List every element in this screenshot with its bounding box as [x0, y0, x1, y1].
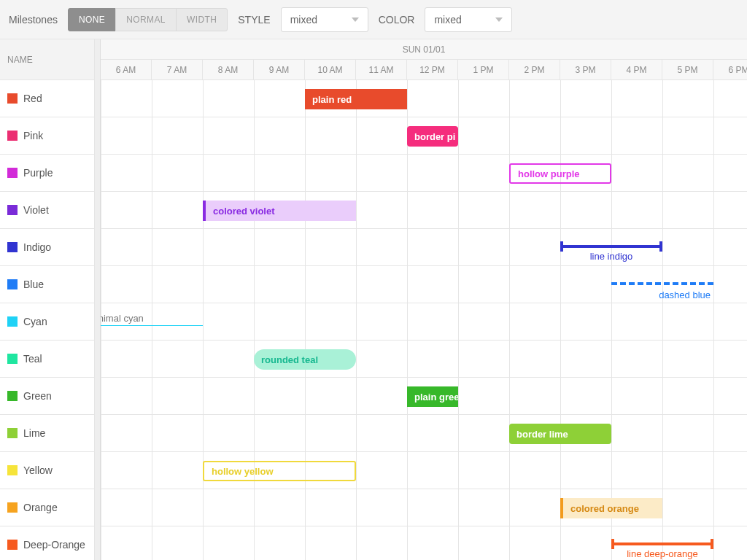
gridlines — [101, 303, 747, 340]
resource-row-label[interactable]: Cyan — [0, 303, 94, 341]
event-bar[interactable]: line deep-orange — [611, 542, 713, 545]
timeline-row[interactable]: plain red — [101, 80, 747, 117]
chevron-down-icon — [495, 18, 503, 22]
toolbar-title: Milestones — [9, 14, 58, 26]
resource-row-label[interactable]: Pink — [0, 117, 94, 155]
event-bar[interactable]: dashed blue — [611, 282, 713, 285]
hour-header-cell: 5 PM — [662, 60, 713, 79]
timeline-row[interactable]: plain gree — [101, 378, 747, 415]
hour-header-row: 6 AM7 AM8 AM9 AM10 AM11 AM12 PM1 PM2 PM3… — [101, 60, 747, 80]
hour-header-cell: 8 AM — [203, 60, 254, 79]
gridlines — [101, 341, 747, 377]
resource-name: Blue — [23, 279, 44, 290]
resource-name: Lime — [23, 427, 45, 439]
timeline-row[interactable]: line indigo — [101, 229, 747, 266]
resource-row-label[interactable]: Lime — [0, 415, 94, 452]
resource-row-label[interactable]: Purple — [0, 155, 94, 192]
timeline-row[interactable]: dashed blue — [101, 266, 747, 303]
timeline-panel[interactable]: SUN 01/01 6 AM7 AM8 AM9 AM10 AM11 AM12 P… — [101, 39, 747, 560]
color-swatch — [7, 279, 18, 289]
resource-row-label[interactable]: Deep-Orange — [0, 526, 94, 560]
color-swatch — [7, 465, 18, 475]
resource-row-label[interactable]: Green — [0, 378, 94, 415]
timeline-row[interactable]: hollow purple — [101, 155, 747, 192]
color-select-value: mixed — [434, 14, 461, 26]
resource-name: Violet — [23, 204, 49, 216]
toolbar: Milestones NONE NORMAL WIDTH STYLE mixed… — [0, 0, 747, 39]
hour-header-cell: 7 AM — [152, 60, 203, 79]
color-swatch — [7, 168, 18, 178]
timeline-row[interactable]: minimal cyan — [101, 303, 747, 341]
event-bar[interactable]: plain gree — [407, 386, 458, 407]
timeline-row[interactable]: colored violet — [101, 192, 747, 229]
timeline-rows: plain redborder pihollow purplecolored v… — [101, 80, 747, 560]
event-bar[interactable]: border lime — [509, 424, 611, 444]
timeline-row[interactable]: line deep-orange — [101, 526, 747, 560]
name-column-header: NAME — [0, 39, 94, 80]
resource-name: Deep-Orange — [23, 539, 85, 551]
column-resize-handle[interactable] — [95, 39, 101, 560]
gridlines — [101, 452, 747, 489]
resource-name: Teal — [23, 353, 42, 365]
hour-header-cell: 11 AM — [356, 60, 407, 79]
event-bar[interactable]: minimal cyan — [101, 325, 203, 326]
style-label: STYLE — [238, 14, 270, 26]
color-select[interactable]: mixed — [425, 7, 512, 32]
resource-row-label[interactable]: Blue — [0, 266, 94, 303]
resource-row-label[interactable]: Teal — [0, 341, 94, 378]
gridlines — [101, 415, 747, 451]
milestones-btn-none[interactable]: NONE — [68, 8, 116, 31]
hour-header-cell: 12 PM — [407, 60, 458, 79]
gridlines — [101, 155, 747, 191]
resource-name: Pink — [23, 130, 43, 141]
color-swatch — [7, 316, 18, 327]
event-bar[interactable]: plain red — [305, 89, 407, 109]
hour-header-cell: 4 PM — [611, 60, 662, 79]
name-column: NAME RedPinkPurpleVioletIndigoBlueCyanTe… — [0, 39, 95, 560]
milestones-btn-width[interactable]: WIDTH — [176, 8, 228, 31]
timeline-row[interactable]: border lime — [101, 415, 747, 452]
color-label: COLOR — [379, 14, 415, 26]
milestones-btn-normal[interactable]: NORMAL — [115, 8, 177, 31]
hour-header-cell: 3 PM — [560, 60, 611, 79]
event-bar[interactable]: hollow purple — [509, 163, 611, 184]
resource-row-label[interactable]: Orange — [0, 489, 94, 526]
timeline-row[interactable]: rounded teal — [101, 341, 747, 378]
event-label: line deep-orange — [627, 548, 698, 559]
milestones-toggle: NONE NORMAL WIDTH — [68, 8, 228, 31]
timeline-row[interactable]: hollow yellow — [101, 452, 747, 489]
hour-header-cell: 9 AM — [254, 60, 305, 79]
resource-row-label[interactable]: Indigo — [0, 229, 94, 266]
resource-row-label[interactable]: Violet — [0, 192, 94, 229]
schedule-grid: NAME RedPinkPurpleVioletIndigoBlueCyanTe… — [0, 39, 747, 560]
color-swatch — [7, 354, 18, 364]
resource-row-label[interactable]: Red — [0, 80, 94, 117]
event-bar[interactable]: rounded teal — [254, 349, 356, 370]
event-bar[interactable]: colored violet — [203, 201, 356, 221]
color-swatch — [7, 242, 18, 252]
color-swatch — [7, 502, 18, 513]
hour-header-cell: 6 PM — [713, 60, 747, 79]
timeline-row[interactable]: border pi — [101, 117, 747, 155]
gridlines — [101, 192, 747, 228]
resource-row-label[interactable]: Yellow — [0, 452, 94, 489]
hour-header-cell: 2 PM — [509, 60, 560, 79]
resource-name: Yellow — [23, 464, 53, 476]
color-swatch — [7, 391, 18, 401]
timeline-row[interactable]: colored orange — [101, 489, 747, 526]
event-bar[interactable]: colored orange — [560, 498, 662, 518]
color-swatch — [7, 131, 18, 141]
resource-name: Cyan — [23, 316, 47, 327]
resource-name: Purple — [23, 167, 53, 179]
color-swatch — [7, 205, 18, 215]
event-bar[interactable]: border pi — [407, 126, 458, 147]
hour-header-cell: 10 AM — [305, 60, 356, 79]
event-bar[interactable]: line indigo — [560, 245, 662, 248]
color-swatch — [7, 93, 18, 104]
event-bar[interactable]: hollow yellow — [203, 461, 356, 481]
color-swatch — [7, 428, 18, 438]
chevron-down-icon — [352, 18, 359, 22]
resource-name: Green — [23, 390, 52, 402]
style-select[interactable]: mixed — [281, 7, 368, 32]
resource-name: Indigo — [23, 241, 51, 253]
